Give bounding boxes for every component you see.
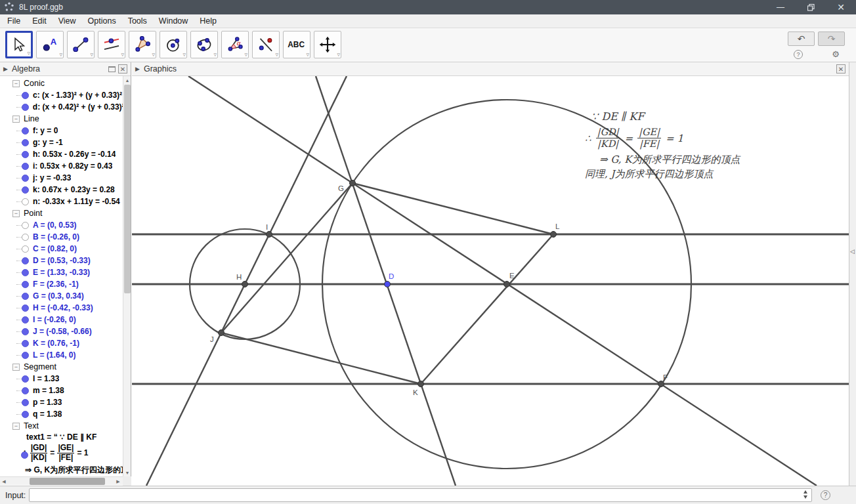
spinner-up-icon[interactable] xyxy=(803,490,807,494)
visibility-dot[interactable] xyxy=(22,399,29,406)
algebra-section-point[interactable]: −Point xyxy=(0,207,123,219)
visibility-dot[interactable] xyxy=(22,375,29,383)
visibility-dot[interactable] xyxy=(22,104,29,111)
collapse-arrow-icon[interactable]: ◁ xyxy=(850,248,855,255)
input-field[interactable] xyxy=(29,488,812,502)
move-graphics-tool[interactable]: ▿ xyxy=(314,31,341,58)
visibility-dot[interactable] xyxy=(22,293,29,300)
geo-line-h[interactable] xyxy=(146,76,347,486)
minimize-button[interactable]: — xyxy=(765,0,796,14)
conic-tool[interactable]: ▿ xyxy=(190,31,218,58)
geo-point-F[interactable] xyxy=(658,381,664,387)
algebra-section-segment[interactable]: −Segment xyxy=(0,361,123,373)
text-tool[interactable]: ABC ▿ xyxy=(283,31,310,58)
algebra-item-row[interactable]: B = (-0.26, 0) xyxy=(0,231,123,243)
geo-segment-JK[interactable] xyxy=(221,333,421,384)
visibility-dot[interactable] xyxy=(22,269,29,276)
scroll-thumb[interactable] xyxy=(30,478,105,485)
algebra-item-row[interactable]: A = (0, 0.53) xyxy=(0,219,123,231)
geo-point-H[interactable] xyxy=(242,282,248,287)
collapse-minus-icon[interactable]: − xyxy=(12,364,20,371)
algebra-item-row[interactable]: K = (0.76, -1) xyxy=(0,337,123,349)
geo-segment-GJ[interactable] xyxy=(221,183,353,333)
algebra-item-row[interactable]: F = (2.36, -1) xyxy=(0,278,123,290)
algebra-item-row[interactable]: I = (-0.26, 0) xyxy=(0,314,123,326)
geo-point-I[interactable] xyxy=(267,232,272,238)
undock-icon[interactable] xyxy=(108,66,116,72)
collapse-minus-icon[interactable]: − xyxy=(12,210,20,217)
menu-window[interactable]: Window xyxy=(153,15,194,27)
graphics-canvas[interactable]: GILHDEJKF ∵ DE ∥ KF ∴ |GD||KD| = |GE||FE… xyxy=(132,76,849,486)
special-line-tool[interactable]: ▿ xyxy=(98,31,125,58)
visibility-dot[interactable] xyxy=(21,452,28,459)
visibility-dot[interactable] xyxy=(22,304,29,312)
scroll-thumb[interactable] xyxy=(124,85,131,293)
menu-help[interactable]: Help xyxy=(194,15,223,27)
menu-tools[interactable]: Tools xyxy=(122,15,153,27)
visibility-dot[interactable] xyxy=(22,92,29,99)
angle-tool[interactable]: α ▿ xyxy=(221,31,249,58)
geo-point-L[interactable] xyxy=(551,232,557,238)
algebra-item-row[interactable]: G = (0.3, 0.34) xyxy=(0,290,123,302)
undo-button[interactable]: ↶ xyxy=(788,32,815,46)
geo-point-J[interactable] xyxy=(219,330,225,336)
polygon-tool[interactable]: ▿ xyxy=(129,31,156,58)
algebra-collapse-icon[interactable]: ▶ xyxy=(3,66,8,72)
visibility-dot[interactable] xyxy=(22,175,29,182)
algebra-item-row[interactable]: E = (1.33, -0.33) xyxy=(0,266,123,278)
collapse-minus-icon[interactable]: − xyxy=(12,80,20,87)
collapse-minus-icon[interactable]: − xyxy=(12,423,20,430)
visibility-dot[interactable] xyxy=(22,411,29,418)
visibility-dot[interactable] xyxy=(22,151,29,158)
algebra-item-row[interactable]: m = 1.38 xyxy=(0,385,123,396)
algebra-item-row[interactable]: f: y = 0 xyxy=(0,125,123,136)
algebra-item-row[interactable]: C = (0.82, 0) xyxy=(0,243,123,255)
algebra-item-row[interactable]: k: 0.67x + 0.23y = 0.28 xyxy=(0,184,123,196)
redo-button[interactable]: ↷ xyxy=(818,32,845,46)
visibility-dot[interactable] xyxy=(22,387,29,394)
circle-tool[interactable]: ▿ xyxy=(160,31,187,58)
geometry-svg[interactable]: GILHDEJKF xyxy=(132,76,849,486)
algebra-item-row[interactable]: j: y = -0.33 xyxy=(0,172,123,184)
visibility-dot[interactable] xyxy=(22,222,29,229)
algebra-item-row[interactable]: n: -0.33x + 1.11y = -0.54 xyxy=(0,196,123,207)
algebra-close-icon[interactable]: ✕ xyxy=(118,64,127,74)
move-tool[interactable]: ▿ xyxy=(5,31,33,58)
algebra-item-row[interactable]: h: 0.53x - 0.26y = -0.14 xyxy=(0,148,123,160)
geo-point-K[interactable] xyxy=(418,381,424,387)
algebra-item-row[interactable]: J = (-0.58, -0.66) xyxy=(0,326,123,337)
menu-file[interactable]: File xyxy=(1,15,26,27)
visibility-dot[interactable] xyxy=(22,340,29,347)
visibility-dot[interactable] xyxy=(22,316,29,324)
algebra-item-row[interactable]: l = 1.33 xyxy=(0,373,123,385)
algebra-item-row[interactable]: i: 0.53x + 0.82y = 0.43 xyxy=(0,160,123,172)
algebra-item-row[interactable]: q = 1.38 xyxy=(0,408,123,420)
visibility-dot[interactable] xyxy=(22,163,29,170)
geo-segment-GL[interactable] xyxy=(353,183,553,234)
close-button[interactable]: ✕ xyxy=(826,0,856,14)
restore-button[interactable] xyxy=(796,0,826,14)
menu-options[interactable]: Options xyxy=(82,15,122,27)
graphics-collapse-icon[interactable]: ▶ xyxy=(135,66,140,72)
gear-icon[interactable]: ⚙ xyxy=(832,50,840,59)
visibility-dot[interactable] xyxy=(22,139,29,146)
algebra-item-row[interactable]: H = (-0.42, -0.33) xyxy=(0,302,123,314)
algebra-item-row[interactable]: D = (0.53, -0.33) xyxy=(0,255,123,266)
geo-segment-KL[interactable] xyxy=(421,234,553,384)
graphics-close-icon[interactable]: ✕ xyxy=(836,64,845,74)
algebra-item-row[interactable]: p = 1.33 xyxy=(0,396,123,408)
visibility-dot[interactable] xyxy=(22,245,29,253)
algebra-item-row[interactable]: d: (x + 0.42)² + (y + 0.33)² xyxy=(0,101,123,113)
algebra-item-row[interactable]: g: y = -1 xyxy=(0,136,123,148)
geo-point-E[interactable] xyxy=(504,282,510,287)
line-tool[interactable]: ▿ xyxy=(67,31,95,58)
menu-view[interactable]: View xyxy=(53,15,82,27)
algebra-text1-row[interactable]: text1 = “ ∵ DE ∥ KF ∴ |GD||KD| = |GE||FE… xyxy=(18,432,123,476)
collapse-minus-icon[interactable]: − xyxy=(12,116,20,123)
scroll-down-icon[interactable]: ▼ xyxy=(123,469,131,476)
scroll-right-icon[interactable]: ▶ xyxy=(114,477,122,486)
visibility-dot[interactable] xyxy=(22,328,29,335)
visibility-dot[interactable] xyxy=(22,198,29,205)
input-help-icon[interactable]: ? xyxy=(821,490,830,500)
input-spinner[interactable] xyxy=(803,490,807,499)
